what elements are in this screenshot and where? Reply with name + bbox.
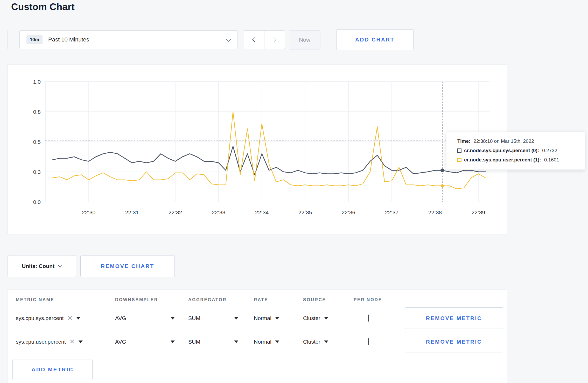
cpu-usage-chart[interactable]: 0.00.30.50.81.022:3022:3122:3222:3322:34… bbox=[8, 65, 507, 233]
time-range-select[interactable]: 10m Past 10 Minutes bbox=[19, 30, 237, 49]
tooltip-time-row: Time: 22:38:10 on Mar 15th, 2022 bbox=[457, 138, 577, 144]
metric-name-value: sys.cpu.user.percent bbox=[16, 339, 66, 345]
units-label: Units: Count bbox=[22, 263, 54, 269]
svg-text:0.3: 0.3 bbox=[33, 169, 41, 175]
svg-text:22:38: 22:38 bbox=[428, 209, 442, 215]
page-title: Custom Chart bbox=[11, 2, 75, 12]
header-per-node: PER NODE bbox=[354, 297, 405, 302]
add-chart-button[interactable]: ADD CHART bbox=[336, 29, 414, 50]
metric-name-select[interactable]: sys.cpu.sys.percent ✕ bbox=[16, 315, 115, 321]
custom-chart-page: Custom Chart 10m Past 10 Minutes Now ADD… bbox=[0, 0, 588, 383]
tooltip-series-value: 0.1601 bbox=[544, 157, 559, 163]
rate-value: Normal bbox=[254, 315, 271, 321]
svg-text:22:37: 22:37 bbox=[385, 209, 399, 215]
chart-tooltip: Time: 22:38:10 on Mar 15th, 2022 cr.node… bbox=[446, 132, 585, 170]
tooltip-time-value: 22:38:10 on Mar 15th, 2022 bbox=[473, 138, 534, 144]
caret-down-icon bbox=[275, 341, 279, 343]
caret-down-icon bbox=[275, 317, 279, 320]
caret-down-icon bbox=[324, 317, 328, 320]
svg-text:22:39: 22:39 bbox=[472, 209, 485, 215]
add-metric-button[interactable]: ADD METRIC bbox=[12, 359, 93, 380]
svg-text:22:35: 22:35 bbox=[298, 209, 312, 215]
source-select[interactable]: Cluster bbox=[303, 339, 354, 345]
svg-text:22:31: 22:31 bbox=[125, 209, 139, 215]
aggregator-value: SUM bbox=[188, 315, 200, 321]
svg-text:22:30: 22:30 bbox=[82, 209, 96, 215]
chart-panel: 0.00.30.50.81.022:3022:3122:3222:3322:34… bbox=[8, 65, 507, 235]
svg-text:22:36: 22:36 bbox=[342, 209, 355, 215]
svg-text:22:32: 22:32 bbox=[169, 209, 182, 215]
series-swatch-user bbox=[457, 158, 461, 162]
tooltip-time-label: Time: bbox=[457, 138, 470, 144]
header-aggregator: AGGREGATOR bbox=[188, 297, 254, 302]
metric-name-select[interactable]: sys.cpu.user.percent ✕ bbox=[16, 338, 115, 345]
remove-metric-button[interactable]: REMOVE METRIC bbox=[405, 307, 503, 329]
caret-down-icon bbox=[76, 317, 80, 320]
header-rate: RATE bbox=[254, 297, 303, 302]
svg-text:0.5: 0.5 bbox=[33, 139, 41, 145]
metric-name-value: sys.cpu.sys.percent bbox=[16, 315, 64, 321]
caret-down-icon bbox=[234, 317, 238, 320]
source-value: Cluster bbox=[303, 315, 320, 321]
tooltip-series-label: cr.node.sys.cpu.sys.percent (0): bbox=[464, 148, 539, 153]
remove-metric-button[interactable]: REMOVE METRIC bbox=[405, 331, 503, 352]
downsampler-select[interactable]: AVG bbox=[115, 339, 175, 345]
aggregator-value: SUM bbox=[188, 339, 200, 345]
time-range-label: Past 10 Minutes bbox=[48, 36, 227, 43]
caret-down-icon bbox=[234, 341, 238, 343]
metrics-table-header: METRIC NAME DOWNSAMPLER AGGREGATOR RATE … bbox=[8, 290, 507, 306]
caret-down-icon bbox=[79, 341, 83, 343]
tooltip-series-row: cr.node.sys.cpu.user.percent (1): 0.1601 bbox=[457, 157, 577, 163]
downsampler-value: AVG bbox=[115, 339, 126, 345]
chevron-left-icon bbox=[252, 37, 257, 42]
chevron-right-icon bbox=[271, 37, 276, 42]
time-prev-button[interactable] bbox=[244, 30, 264, 49]
rate-select[interactable]: Normal bbox=[254, 339, 303, 345]
per-node-checkbox[interactable] bbox=[368, 315, 369, 322]
source-value: Cluster bbox=[303, 339, 320, 345]
now-button[interactable]: Now bbox=[289, 30, 320, 49]
downsampler-select[interactable]: AVG bbox=[115, 315, 175, 321]
svg-text:22:33: 22:33 bbox=[212, 209, 226, 215]
time-next-button[interactable] bbox=[264, 30, 285, 49]
header-source: SOURCE bbox=[303, 297, 354, 302]
header-downsampler: DOWNSAMPLER bbox=[115, 297, 188, 302]
caret-down-icon bbox=[171, 341, 175, 343]
svg-text:22:34: 22:34 bbox=[255, 209, 269, 215]
clear-metric-icon[interactable]: ✕ bbox=[67, 315, 73, 321]
svg-text:0.0: 0.0 bbox=[33, 199, 41, 205]
units-select[interactable]: Units: Count bbox=[8, 255, 76, 277]
aggregator-select[interactable]: SUM bbox=[188, 315, 238, 321]
caret-down-icon bbox=[324, 341, 328, 343]
tooltip-series-label: cr.node.sys.cpu.user.percent (1): bbox=[464, 157, 541, 163]
metric-row: sys.cpu.sys.percent ✕ AVG SUM Normal Clu… bbox=[8, 306, 507, 330]
aggregator-select[interactable]: SUM bbox=[188, 339, 238, 345]
toolbar-divider bbox=[8, 30, 8, 49]
source-select[interactable]: Cluster bbox=[303, 315, 354, 321]
series-swatch-sys bbox=[457, 148, 461, 153]
chevron-down-icon bbox=[58, 263, 62, 268]
svg-text:1.0: 1.0 bbox=[33, 79, 41, 85]
chevron-down-icon bbox=[226, 36, 231, 41]
svg-text:0.8: 0.8 bbox=[33, 109, 41, 115]
rate-value: Normal bbox=[254, 339, 271, 345]
rate-select[interactable]: Normal bbox=[254, 315, 303, 321]
remove-chart-button[interactable]: REMOVE CHART bbox=[80, 255, 175, 277]
time-nav-group bbox=[244, 30, 285, 49]
caret-down-icon bbox=[171, 317, 175, 320]
tooltip-series-value: 0.2732 bbox=[542, 148, 557, 153]
time-range-badge: 10m bbox=[26, 35, 43, 44]
metric-row: sys.cpu.user.percent ✕ AVG SUM Normal Cl… bbox=[8, 330, 507, 353]
downsampler-value: AVG bbox=[115, 315, 126, 321]
header-metric-name: METRIC NAME bbox=[16, 297, 115, 302]
clear-metric-icon[interactable]: ✕ bbox=[69, 338, 75, 345]
tooltip-series-row: cr.node.sys.cpu.sys.percent (0): 0.2732 bbox=[457, 148, 577, 153]
per-node-checkbox[interactable] bbox=[368, 338, 369, 345]
